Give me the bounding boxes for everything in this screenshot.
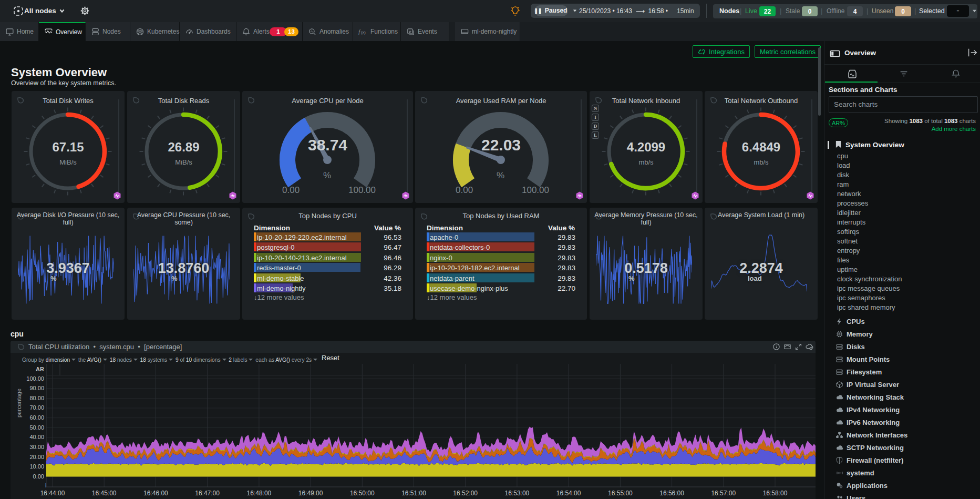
svg-text:(x): (x) (361, 29, 366, 34)
